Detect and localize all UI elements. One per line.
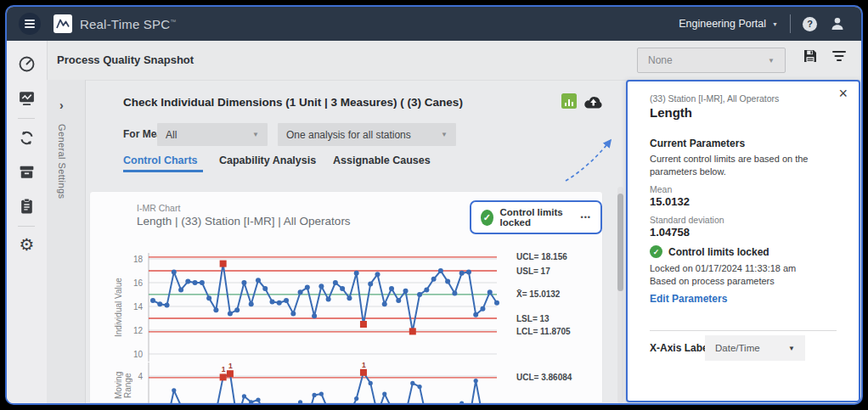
svg-text:UCL= 3.86084: UCL= 3.86084 (516, 373, 572, 382)
svg-text:16: 16 (133, 278, 144, 288)
filter-icon[interactable] (831, 49, 848, 64)
brand-title: Real-Time SPC™ (80, 17, 176, 31)
svg-text:UCL= 18.156: UCL= 18.156 (516, 252, 567, 261)
divider (790, 14, 791, 33)
control-limits-locked-badge[interactable]: ✓ Control limits locked ••• (470, 200, 602, 234)
screen: Real-Time SPC™ Engineering Portal ▼ ? Pr… (0, 0, 868, 410)
svg-text:18: 18 (133, 255, 144, 264)
locked-on-text: Locked on 01/17/2024 11:33:18 am (650, 263, 796, 273)
top-navbar: Real-Time SPC™ Engineering Portal ▼ ? (7, 7, 861, 41)
edit-parameters-link[interactable]: Edit Parameters (650, 293, 727, 305)
svg-text:USL= 17: USL= 17 (516, 267, 550, 276)
sidebar-divider (18, 226, 35, 227)
chevron-down-icon: ▼ (252, 131, 259, 138)
preset-select[interactable]: None ▼ (637, 48, 786, 73)
chevron-down-icon: ▼ (441, 131, 448, 138)
icon-sidebar: ⚙ (7, 41, 48, 403)
general-settings-label: General Settings (57, 124, 67, 199)
parameters-panel: × (33) Station [I-MR], All Operators Len… (626, 80, 860, 402)
user-icon[interactable] (829, 15, 846, 32)
sync-icon[interactable] (18, 129, 36, 147)
menu-icon[interactable] (19, 13, 41, 35)
trademark: ™ (170, 19, 176, 25)
panel-eyebrow: (33) Station [I-MR], All Operators (650, 93, 779, 104)
lock-badge-label: Control limits locked (500, 207, 574, 227)
help-icon[interactable]: ? (803, 17, 817, 31)
toolbar: Process Quality Snapshot None ▼ (47, 41, 861, 81)
chart-monitor-icon[interactable] (18, 89, 36, 107)
svg-text:1: 1 (228, 362, 233, 370)
general-settings-strip: › General Settings (47, 80, 86, 403)
preset-value: None (648, 54, 673, 66)
mean-label: Mean (650, 184, 672, 194)
svg-text:X̄= 15.0132: X̄= 15.0132 (516, 289, 561, 299)
chart-title: Length | (33) Station [I-MR] | All Opera… (137, 215, 351, 227)
chevron-down-icon: ▼ (768, 57, 775, 65)
svg-text:10: 10 (133, 350, 144, 359)
xaxis-value: Date/Time (715, 343, 760, 353)
chart-view-icon[interactable] (561, 93, 577, 109)
more-options-icon[interactable]: ••• (581, 213, 591, 222)
app-window: Real-Time SPC™ Engineering Portal ▼ ? Pr… (5, 5, 863, 405)
analysis-mode-value: One analysis for all stations (286, 129, 411, 141)
expand-chevron-icon[interactable]: › (59, 98, 64, 112)
std-dev-value: 1.04758 (650, 226, 690, 239)
tab-control-charts[interactable]: Control Charts (123, 154, 198, 166)
svg-text:14: 14 (133, 302, 144, 312)
panel-divider (650, 330, 837, 331)
gauge-icon[interactable] (18, 55, 36, 73)
callout-arrow-icon (557, 130, 625, 189)
logo-zigzag-icon (54, 15, 72, 32)
current-parameters-heading: Current Parameters (650, 138, 745, 149)
svg-text:1: 1 (222, 365, 226, 373)
svg-text:1: 1 (362, 361, 366, 369)
portal-selector[interactable]: Engineering Portal ▼ (679, 18, 778, 30)
page-title: Process Quality Snapshot (57, 53, 194, 66)
based-on-text: Based on process parameters (650, 276, 775, 286)
active-tab-underline (123, 170, 203, 172)
save-icon[interactable] (802, 48, 819, 65)
sidebar-divider (18, 118, 35, 119)
measure-select[interactable]: All ▼ (157, 123, 268, 146)
panel-title: Length (650, 105, 692, 120)
clipboard-icon[interactable] (18, 197, 36, 215)
scrollbar-thumb[interactable] (617, 194, 623, 291)
analysis-mode-select[interactable]: One analysis for all stations ▼ (278, 123, 456, 146)
app-logo (54, 14, 72, 33)
lock-status-row: ✓ Control limits locked (650, 245, 769, 258)
svg-text:LSL= 13: LSL= 13 (516, 314, 550, 323)
svg-text:12: 12 (133, 326, 144, 335)
xaxis-select[interactable]: Date/Time ▼ (705, 335, 805, 361)
gear-icon[interactable]: ⚙ (18, 236, 36, 254)
portal-label: Engineering Portal (679, 18, 766, 30)
lock-status-label: Control limits locked (668, 246, 769, 258)
mean-value: 15.0132 (650, 195, 690, 208)
cloud-upload-icon[interactable] (583, 93, 604, 110)
navbar-right: Engineering Portal ▼ ? (679, 14, 846, 33)
close-icon[interactable]: × (838, 85, 848, 103)
std-dev-label: Standard deviation (650, 215, 724, 225)
analysis-heading: Check Individual Dimensions (1 Unit | 3 … (123, 96, 463, 109)
chevron-down-icon: ▼ (788, 345, 795, 352)
parameters-description: Current control limits are based on the … (650, 153, 847, 178)
chart-type-label: I-MR Chart (137, 203, 180, 213)
check-icon: ✓ (481, 210, 493, 226)
svg-text:4: 4 (138, 372, 143, 381)
archive-box-icon[interactable] (18, 163, 36, 181)
tab-assignable-causes[interactable]: Assignable Causes (333, 154, 431, 166)
measure-value: All (166, 129, 177, 141)
tab-capability-analysis[interactable]: Capability Analysis (219, 154, 316, 166)
check-icon: ✓ (650, 245, 662, 258)
chevron-down-icon: ▼ (772, 21, 778, 27)
i-chart: 1816141210UCL= 18.156USL= 17X̄= 15.0132L… (100, 246, 603, 369)
mr-chart: 4UCL= 3.86084111 (100, 361, 603, 403)
svg-text:LCL= 11.8705: LCL= 11.8705 (516, 327, 571, 336)
